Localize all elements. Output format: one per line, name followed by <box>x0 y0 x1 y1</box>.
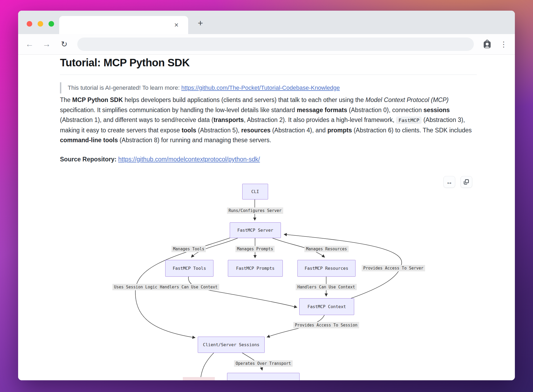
mcp-flowchart: CLI FastMCP Server FastMCP Tools FastMCP… <box>115 176 424 380</box>
copy-icon <box>463 179 469 185</box>
diagram-expand-button[interactable]: ↔ <box>443 176 455 188</box>
close-window-button[interactable] <box>27 21 32 27</box>
node-client-server-sessions: Client/Server Sessions <box>198 337 265 353</box>
node-cli: CLI <box>242 184 268 199</box>
reload-button[interactable]: ↻ <box>58 38 70 50</box>
window-controls <box>27 21 54 27</box>
edge-label-handlers-can-use-context-right: Handlers Can Use Context <box>296 284 357 290</box>
back-button[interactable]: ← <box>23 38 36 50</box>
edge-label-handlers-can-use-context-left: Handlers Can Use Context <box>158 284 219 290</box>
browser-toolbar: ← → ↻ ⋮ <box>18 34 515 55</box>
edge-label-partial-bottom <box>183 377 215 380</box>
edge-label-runs-configures-server: Runs/Configures Server <box>227 207 283 214</box>
desktop-background: × + ← → ↻ ⋮ Tutorial: MCP Python SDK <box>0 0 533 392</box>
page-title: Tutorial: MCP Python SDK <box>60 57 477 75</box>
source-repository-line: Source Repository: https://github.com/mo… <box>60 156 260 163</box>
source-repository-link[interactable]: https://github.com/modelcontextprotocol/… <box>118 156 260 163</box>
address-bar[interactable] <box>77 38 474 51</box>
edge-label-manages-resources: Manages Resources <box>304 246 349 252</box>
browser-menu-icon[interactable]: ⋮ <box>498 38 509 50</box>
node-fastmcp-prompts: FastMCP Prompts <box>228 260 283 277</box>
flowchart-edges <box>115 176 424 380</box>
maximize-window-button[interactable] <box>49 21 54 27</box>
blockquote-bar <box>60 82 61 93</box>
node-fastmcp-resources: FastMCP Resources <box>297 260 356 277</box>
edge-label-uses-session-logic: Uses Session Logic <box>112 284 159 290</box>
node-fastmcp-server: FastMCP Server <box>230 222 281 238</box>
source-repository-label: Source Repository: <box>60 156 118 163</box>
profile-icon[interactable] <box>481 38 494 50</box>
browser-tab[interactable]: × <box>59 16 188 34</box>
callout-text: This tutorial is AI-generated! To learn … <box>68 84 181 91</box>
edge-label-provides-access-to-server: Provides Access To Server <box>362 265 425 271</box>
edge-label-operates-over-transport: Operates Over Transport <box>234 360 293 367</box>
new-tab-button[interactable]: + <box>195 17 206 29</box>
browser-window: × + ← → ↻ ⋮ Tutorial: MCP Python SDK <box>18 11 515 380</box>
ai-generated-callout: This tutorial is AI-generated! To learn … <box>60 82 340 93</box>
tab-close-icon[interactable]: × <box>172 20 181 30</box>
tab-strip: × + <box>18 11 515 34</box>
diagram-copy-button[interactable] <box>461 176 472 188</box>
edge-label-manages-prompts: Manages Prompts <box>235 246 274 252</box>
intro-paragraph: The MCP Python SDK helps developers buil… <box>60 95 475 145</box>
minimize-window-button[interactable] <box>38 21 43 27</box>
page-content: Tutorial: MCP Python SDK This tutorial i… <box>18 55 515 380</box>
node-transports-partial <box>227 373 300 380</box>
tutorial-knowledge-link[interactable]: https://github.com/The-Pocket/Tutorial-C… <box>181 84 340 91</box>
edge-label-manages-tools: Manages Tools <box>171 246 206 252</box>
edge-label-provides-access-to-session: Provides Access To Session <box>293 322 359 328</box>
forward-button[interactable]: → <box>41 38 53 50</box>
node-fastmcp-context: FastMCP Context <box>299 298 354 315</box>
node-fastmcp-tools: FastMCP Tools <box>165 260 213 277</box>
